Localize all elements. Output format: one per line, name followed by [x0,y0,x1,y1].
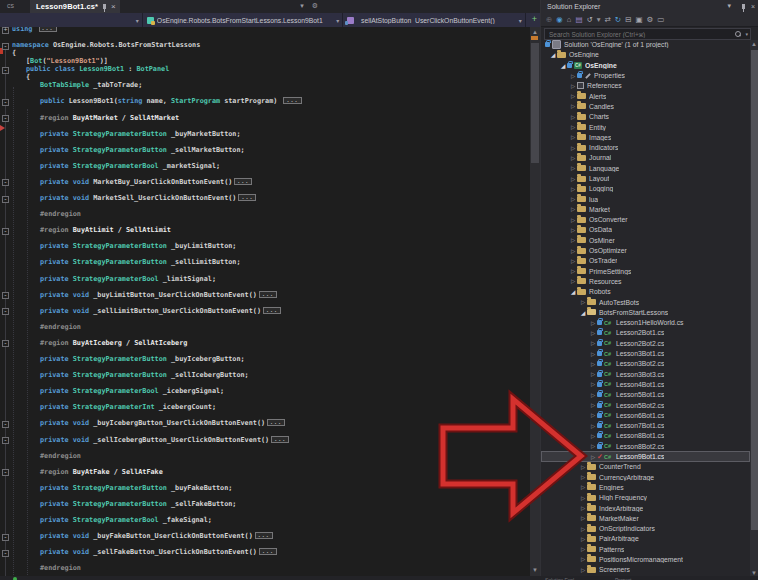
tree-item-patterns[interactable]: ▷Patterns [541,544,750,554]
expand-expander-icon[interactable]: ▷ [589,412,597,418]
pin-tab-icon[interactable] [103,4,106,9]
editor-scrollbar-thumb[interactable] [531,43,539,163]
expand-expander-icon[interactable]: ▷ [589,340,597,346]
tree-item-marketmaker[interactable]: ▷MarketMaker [541,513,750,523]
expand-expander-icon[interactable]: ▷ [569,237,577,243]
fold-marker[interactable]: - [2,43,9,50]
split-add-icon[interactable]: + [532,14,537,27]
search-input[interactable] [545,31,735,38]
expand-expander-icon[interactable]: ▷ [569,196,577,202]
collapsed-region-box[interactable]: ... [259,548,277,555]
tree-item-layout[interactable]: ▷Layout [541,173,750,183]
expand-expander-icon[interactable]: ▷ [579,567,587,573]
fold-marker[interactable]: - [2,115,9,122]
expand-expander-icon[interactable]: ▷ [589,443,597,449]
fold-marker[interactable]: - [2,340,9,347]
expand-expander-icon[interactable]: ▷ [589,320,597,326]
expand-expander-icon[interactable]: ▷ [569,176,577,182]
tree-item-high-frequency[interactable]: ▷High Frequency [541,493,750,503]
tree-item-osminer[interactable]: ▷OsMiner [541,235,750,245]
tree-item-lesson3bot3-cs[interactable]: ▷C#Lesson3Bot3.cs [541,369,750,379]
collapsed-region-box[interactable]: ... [263,307,281,314]
tree-item-lesson9bot1-cs[interactable]: ▷✓C#Lesson9Bot1.cs [541,451,750,461]
tree-item-robots[interactable]: ◢Robots [541,287,750,297]
active-files-dropdown-icon[interactable]: ▾ [300,2,304,10]
expand-expander-icon[interactable]: ▷ [589,381,597,387]
show-all-files-icon[interactable]: ▣ [635,15,642,25]
tree-item-lesson3bot1-cs[interactable]: ▷C#Lesson3Bot1.cs [541,348,750,358]
expand-expander-icon[interactable]: ▷ [589,351,597,357]
tree-item-solution-osengine-1-of-1-project-[interactable]: Solution 'OsEngine' (1 of 1 project) [541,40,750,50]
tree-item-references[interactable]: ▷References [541,81,750,91]
expand-expander-icon[interactable]: ▷ [579,484,587,490]
project-dropdown[interactable]: ▾ [0,13,143,27]
expand-expander-icon[interactable]: ▷ [569,145,577,151]
collapse-expander-icon[interactable]: ◢ [559,62,567,69]
home-icon[interactable]: ⌂ [567,15,572,25]
expand-expander-icon[interactable]: ▷ [589,330,597,336]
tree-item-language[interactable]: ▷Language [541,163,750,173]
fold-marker[interactable]: - [2,469,9,476]
tree-item-lua[interactable]: ▷lua [541,194,750,204]
properties-icon[interactable]: ⚙ [647,15,654,25]
expand-expander-icon[interactable]: ▷ [579,464,587,470]
window-options-icon[interactable]: ⚙ [312,2,318,10]
collapsed-region-box[interactable]: ... [39,27,57,32]
tree-item-candles[interactable]: ▷Candles [541,101,750,111]
close-panel-icon[interactable]: × [751,3,755,10]
tree-item-currencyarbitrage[interactable]: ▷CurrencyArbitrage [541,472,750,482]
fold-marker[interactable]: - [2,228,9,235]
scroll-up-icon[interactable]: ▲ [532,29,538,35]
tree-item-charts[interactable]: ▷Charts [541,112,750,122]
tree-item-pairarbitrage[interactable]: ▷PairArbitrage [541,534,750,544]
auto-hide-pin-icon[interactable] [742,4,745,9]
expand-expander-icon[interactable]: ▷ [569,93,577,99]
expand-expander-icon[interactable]: ▷ [569,73,577,79]
fold-marker[interactable]: - [2,67,9,74]
tree-item-screeners[interactable]: ▷Screeners [541,565,750,575]
expand-expander-icon[interactable]: ▷ [589,361,597,367]
tree-item-resources[interactable]: ▷Resources [541,276,750,286]
fold-marker[interactable]: - [2,292,9,299]
fold-marker[interactable]: - [2,421,9,428]
tree-item-images[interactable]: ▷Images [541,132,750,142]
search-options-icon[interactable]: ▾ [745,31,748,37]
tree-item-lesson7bot1-cs[interactable]: ▷C#Lesson7Bot1.cs [541,420,750,430]
expand-expander-icon[interactable]: ▷ [569,268,577,274]
tree-item-logging[interactable]: ▷Logging [541,184,750,194]
expand-expander-icon[interactable]: ▷ [589,392,597,398]
tree-item-osoptimizer[interactable]: ▷OsOptimizer [541,245,750,255]
member-dropdown[interactable]: _sellAtStopButton_UserClickOnButtonEvent… [343,13,526,27]
tree-item-osdata[interactable]: ▷OsData [541,225,750,235]
fold-marker[interactable]: - [2,179,9,186]
tree-item-market[interactable]: ▷Market [541,204,750,214]
tree-item-lesson5bot2-cs[interactable]: ▷C#Lesson5Bot2.cs [541,400,750,410]
collapsed-region-box[interactable]: ... [283,97,301,104]
sync-with-active-document-icon[interactable]: ◉ [556,15,563,25]
expand-expander-icon[interactable]: ▷ [579,474,587,480]
expand-expander-icon[interactable]: ▷ [579,556,587,562]
expand-expander-icon[interactable]: ▷ [579,299,587,305]
active-document-tab[interactable]: Lesson9Bot1.cs* × [30,0,120,13]
expand-expander-icon[interactable]: ▷ [589,454,597,460]
fold-marker[interactable]: + [2,27,9,34]
tree-item-primesettings[interactable]: ▷PrimeSettings [541,266,750,276]
preview-selected-items-icon[interactable]: ▭ [657,15,664,25]
compare-icon[interactable]: ⇄ [605,15,611,25]
tree-item-countertrend[interactable]: ▷CounterTrend [541,462,750,472]
solution-search-box[interactable]: ▾ [544,28,751,40]
expand-expander-icon[interactable]: ▷ [579,546,587,552]
fold-marker[interactable]: - [2,308,9,315]
tree-item-lesson2bot1-cs[interactable]: ▷C#Lesson2Bot1.cs [541,328,750,338]
tree-item-lesson5bot1-cs[interactable]: ▷C#Lesson5Bot1.cs [541,390,750,400]
tree-scrollbar-thumb[interactable] [751,50,758,530]
expand-expander-icon[interactable]: ▷ [569,248,577,254]
expand-expander-icon[interactable]: ▷ [569,217,577,223]
tree-scrollbar[interactable]: ▲ ▼ [750,40,758,577]
collapsed-region-box[interactable]: ... [238,194,256,201]
expand-expander-icon[interactable]: ▷ [569,103,577,109]
tree-item-autotestbots[interactable]: ▷AutoTestBots [541,297,750,307]
tree-item-engines[interactable]: ▷Engines [541,482,750,492]
collapsed-region-box[interactable]: ... [234,178,252,185]
fold-marker[interactable]: - [2,437,9,444]
